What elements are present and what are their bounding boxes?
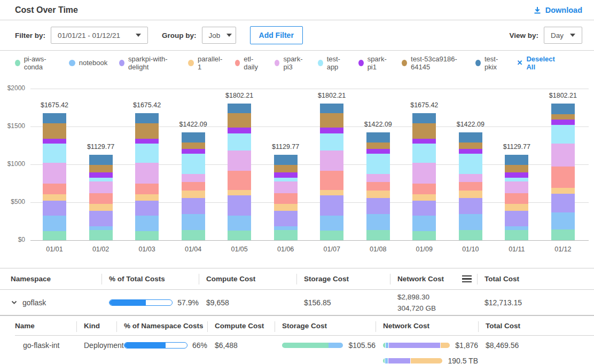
bar-segment-spark-pi3[interactable] — [228, 151, 251, 171]
stacked-bar[interactable] — [89, 155, 113, 240]
bar-segment-spark-pi1[interactable] — [551, 120, 575, 125]
legend-item-test-53ca9186-64145[interactable]: test-53ca9186-64145 — [402, 55, 464, 71]
bar-segment-test-53ca9186-64145[interactable] — [182, 143, 205, 149]
bar-segment-spark-pi3[interactable] — [320, 151, 343, 171]
bar-segment-test-pkix[interactable] — [43, 113, 66, 123]
bar-segment-etl-daily[interactable] — [320, 171, 343, 191]
bar-segment-notebook[interactable] — [459, 214, 482, 230]
bar-segment-test-53ca9186-64145[interactable] — [505, 165, 528, 172]
bar-segment-parallel-1[interactable] — [274, 204, 298, 211]
bar-segment-sparkpi-with-delight[interactable] — [274, 211, 298, 226]
stacked-bar[interactable] — [43, 113, 66, 240]
legend-item-spark-pi3[interactable]: spark-pi3 — [275, 55, 306, 71]
bar-segment-spark-pi3[interactable] — [366, 174, 390, 183]
bar-segment-notebook[interactable] — [43, 216, 66, 231]
bar-segment-parallel-1[interactable] — [366, 191, 390, 198]
bar-segment-sparkpi-with-delight[interactable] — [182, 198, 205, 215]
bar-segment-parallel-1[interactable] — [228, 190, 251, 195]
bar-segment-sparkpi-with-delight[interactable] — [505, 211, 528, 226]
namespace-expander[interactable]: goflask — [11, 298, 101, 307]
bar-segment-sparkpi-with-delight[interactable] — [89, 211, 113, 226]
bar-segment-sparkpi-with-delight[interactable] — [551, 194, 575, 212]
bar-segment-test-pkix[interactable] — [135, 113, 159, 123]
stacked-bar[interactable] — [320, 104, 343, 240]
bar-segment-test-53ca9186-64145[interactable] — [412, 123, 436, 139]
bar-segment-pi-aws-conda[interactable] — [89, 230, 113, 240]
bar-segment-etl-daily[interactable] — [366, 182, 390, 190]
bar-segment-test-app[interactable] — [135, 144, 159, 163]
bar-segment-spark-pi3[interactable] — [412, 163, 436, 184]
bar-segment-spark-pi3[interactable] — [274, 181, 298, 193]
bar-segment-test-app[interactable] — [228, 133, 251, 151]
stacked-bar[interactable] — [274, 155, 298, 240]
legend-item-parallel-1[interactable]: parallel-1 — [188, 55, 223, 71]
bar-segment-spark-pi3[interactable] — [505, 181, 528, 193]
stacked-bar[interactable] — [505, 155, 528, 240]
legend-item-sparkpi-with-delight[interactable]: sparkpi-with-delight — [119, 55, 176, 71]
bar-segment-etl-daily[interactable] — [274, 193, 298, 204]
bar-segment-pi-aws-conda[interactable] — [366, 230, 390, 240]
bar-segment-spark-pi1[interactable] — [320, 128, 343, 133]
bar-segment-test-pkix[interactable] — [459, 132, 482, 143]
bar-segment-test-app[interactable] — [320, 133, 343, 151]
legend-item-spark-pi1[interactable]: spark-pi1 — [358, 55, 390, 71]
bar-segment-notebook[interactable] — [182, 214, 205, 230]
bar-segment-notebook[interactable] — [366, 214, 390, 230]
bar-segment-etl-daily[interactable] — [412, 184, 436, 195]
column-settings-icon[interactable] — [462, 275, 472, 283]
bar-segment-test-app[interactable] — [412, 144, 436, 163]
bar-segment-pi-aws-conda[interactable] — [43, 231, 66, 240]
bar-segment-etl-daily[interactable] — [89, 193, 113, 204]
bar-segment-sparkpi-with-delight[interactable] — [43, 201, 66, 216]
bar-segment-pi-aws-conda[interactable] — [459, 230, 482, 240]
bar-segment-parallel-1[interactable] — [412, 194, 436, 201]
bar-segment-pi-aws-conda[interactable] — [274, 230, 298, 240]
bar-segment-spark-pi1[interactable] — [228, 128, 251, 133]
bar-segment-sparkpi-with-delight[interactable] — [459, 198, 482, 215]
bar-segment-test-53ca9186-64145[interactable] — [459, 143, 482, 149]
bar-segment-parallel-1[interactable] — [459, 191, 482, 198]
bar-segment-spark-pi3[interactable] — [182, 174, 205, 183]
bar-segment-test-53ca9186-64145[interactable] — [89, 165, 113, 172]
legend-item-pi-aws-conda[interactable]: pi-aws-conda — [15, 55, 57, 71]
bar-segment-pi-aws-conda[interactable] — [320, 231, 343, 240]
bar-segment-pi-aws-conda[interactable] — [135, 231, 159, 240]
date-range-select[interactable]: 01/01/21 - 01/12/21 — [51, 27, 148, 44]
bar-segment-notebook[interactable] — [135, 216, 159, 231]
bar-segment-parallel-1[interactable] — [182, 191, 205, 198]
bar-segment-test-app[interactable] — [551, 125, 575, 144]
stacked-bar[interactable] — [182, 132, 205, 240]
stacked-bar[interactable] — [551, 104, 575, 240]
bar-segment-spark-pi3[interactable] — [459, 174, 482, 183]
bar-segment-test-pkix[interactable] — [366, 132, 390, 143]
bar-segment-spark-pi1[interactable] — [459, 149, 482, 154]
view-by-select[interactable]: Day — [544, 27, 582, 44]
bar-segment-etl-daily[interactable] — [182, 182, 205, 190]
bar-segment-etl-daily[interactable] — [228, 171, 251, 191]
bar-segment-sparkpi-with-delight[interactable] — [228, 195, 251, 216]
bar-segment-parallel-1[interactable] — [505, 204, 528, 211]
bar-segment-spark-pi1[interactable] — [182, 149, 205, 154]
stacked-bar[interactable] — [228, 104, 251, 240]
bar-segment-test-pkix[interactable] — [551, 104, 575, 114]
bar-segment-pi-aws-conda[interactable] — [551, 230, 575, 240]
legend-item-test-app[interactable]: test-app — [318, 55, 347, 71]
bar-segment-test-pkix[interactable] — [274, 155, 298, 165]
legend-item-etl-daily[interactable]: etl-daily — [235, 55, 263, 71]
bar-segment-sparkpi-with-delight[interactable] — [135, 201, 159, 216]
bar-segment-parallel-1[interactable] — [89, 204, 113, 211]
bar-segment-test-53ca9186-64145[interactable] — [551, 114, 575, 120]
bar-segment-parallel-1[interactable] — [551, 188, 575, 194]
bar-segment-notebook[interactable] — [412, 216, 436, 231]
bar-segment-test-pkix[interactable] — [182, 132, 205, 143]
bar-segment-etl-daily[interactable] — [135, 184, 159, 195]
bar-segment-test-app[interactable] — [459, 154, 482, 174]
stacked-bar[interactable] — [366, 132, 390, 240]
add-filter-button[interactable]: Add Filter — [250, 26, 303, 44]
bar-segment-spark-pi1[interactable] — [135, 139, 159, 144]
bar-segment-sparkpi-with-delight[interactable] — [366, 198, 390, 215]
bar-segment-test-app[interactable] — [274, 178, 298, 181]
download-button[interactable]: Download — [533, 6, 582, 14]
bar-segment-sparkpi-with-delight[interactable] — [412, 201, 436, 216]
bar-segment-notebook[interactable] — [551, 212, 575, 230]
